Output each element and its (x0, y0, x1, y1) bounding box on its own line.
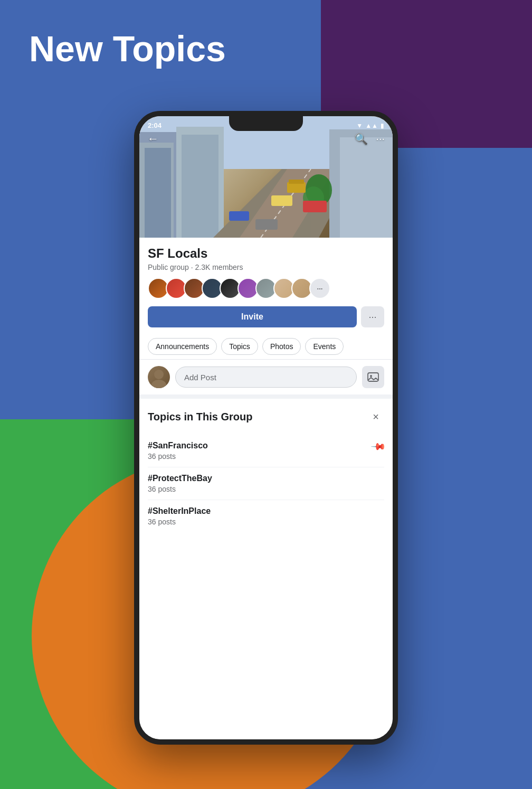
topic-name: #ProtectTheBay (148, 474, 212, 483)
svg-rect-15 (229, 211, 249, 221)
tab-photos[interactable]: Photos (262, 338, 301, 355)
add-post-row: Add Post (139, 360, 393, 399)
status-time: 2:04 (148, 121, 162, 129)
tabs-row: Announcements Topics Photos Events (139, 334, 393, 360)
members-avatars: ··· (148, 278, 384, 299)
status-icons: ▼ ▲▲ ▮ (356, 122, 384, 129)
svg-rect-14 (303, 201, 327, 212)
user-avatar (148, 366, 170, 388)
avatar-more: ··· (309, 278, 330, 299)
invite-button[interactable]: Invite (148, 306, 357, 327)
svg-rect-13 (271, 195, 292, 206)
topic-posts: 36 posts (148, 518, 211, 526)
cover-photo: 2:04 ▼ ▲▲ ▮ ← 🔍 ··· (139, 116, 393, 238)
svg-rect-21 (368, 373, 378, 381)
tab-announcements[interactable]: Announcements (148, 338, 217, 355)
group-info: SF Locals Public group · 2.3K members ··… (139, 238, 393, 299)
action-row: Invite ··· (139, 306, 393, 334)
svg-point-22 (370, 375, 372, 377)
topic-posts: 36 posts (148, 485, 212, 493)
tab-topics[interactable]: Topics (221, 338, 258, 355)
pin-icon: 📌 (370, 438, 386, 455)
svg-point-19 (154, 370, 164, 379)
more-button[interactable]: ··· (361, 306, 384, 327)
group-meta: Public group · 2.3K members (148, 263, 384, 271)
topics-header: Topics in This Group × (148, 408, 384, 425)
topic-info: #ShelterInPlace 36 posts (148, 506, 211, 526)
phone-screen: 2:04 ▼ ▲▲ ▮ ← 🔍 ··· SF Locals P (139, 116, 393, 739)
topic-info: #ProtectTheBay 36 posts (148, 474, 212, 493)
topics-section-title: Topics in This Group (148, 411, 253, 423)
topic-posts: 36 posts (148, 452, 208, 461)
svg-rect-18 (289, 180, 304, 184)
svg-rect-16 (255, 219, 278, 230)
topic-name: #SanFrancisco (148, 441, 208, 450)
add-post-input[interactable]: Add Post (175, 367, 357, 388)
svg-point-20 (151, 380, 166, 388)
svg-rect-5 (182, 135, 218, 238)
topic-item[interactable]: #ProtectTheBay 36 posts (148, 467, 384, 500)
photo-upload-icon[interactable] (362, 366, 384, 388)
svg-rect-3 (145, 148, 171, 238)
close-topics-button[interactable]: × (367, 408, 384, 425)
topics-section: Topics in This Group × #SanFrancisco 36 … (139, 399, 393, 542)
topic-info: #SanFrancisco 36 posts (148, 441, 208, 461)
topic-item[interactable]: #SanFrancisco 36 posts 📌 (148, 435, 384, 467)
svg-rect-10 (340, 137, 393, 238)
group-name: SF Locals (148, 246, 384, 261)
tab-events[interactable]: Events (305, 338, 344, 355)
phone-mockup: 2:04 ▼ ▲▲ ▮ ← 🔍 ··· SF Locals P (134, 111, 398, 745)
wifi-icon: ▼ (356, 122, 363, 129)
signal-icon: ▲▲ (365, 122, 378, 129)
battery-icon: ▮ (381, 122, 384, 129)
topic-item[interactable]: #ShelterInPlace 36 posts (148, 500, 384, 532)
page-title: New Topics (29, 29, 226, 69)
topic-name: #ShelterInPlace (148, 506, 211, 516)
phone-notch (229, 116, 303, 131)
